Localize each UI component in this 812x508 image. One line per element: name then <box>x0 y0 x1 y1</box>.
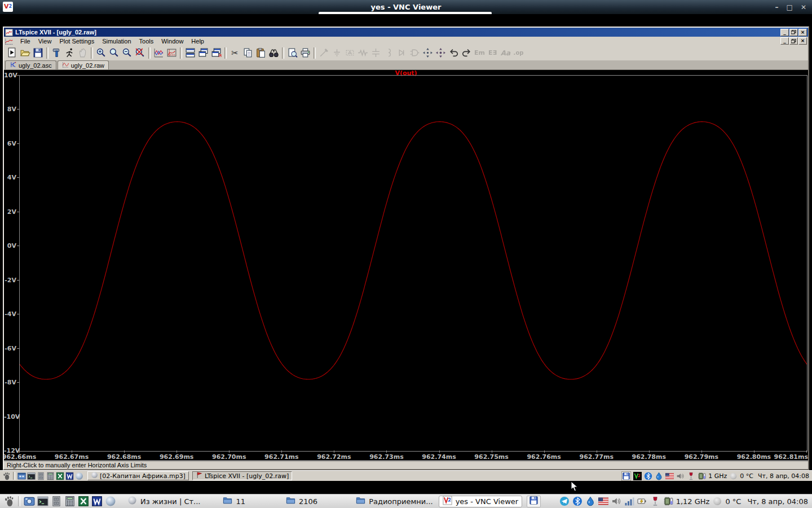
tab-ugly_02.raw[interactable]: ugly_02.raw <box>58 60 109 69</box>
water-drop-icon[interactable] <box>585 496 595 506</box>
floppy-icon[interactable] <box>621 471 631 481</box>
zoom-area-icon[interactable] <box>108 46 121 59</box>
undo-icon[interactable] <box>447 46 460 59</box>
open-icon[interactable] <box>19 46 32 59</box>
capacitor-icon[interactable] <box>369 46 382 59</box>
document-close-button[interactable]: × <box>798 37 807 45</box>
start-menu-button[interactable] <box>2 471 11 480</box>
wine-glass-icon[interactable] <box>650 496 660 506</box>
autorange-icon[interactable] <box>152 46 165 59</box>
battery-charge-icon[interactable] <box>637 496 647 506</box>
wine-glass-icon[interactable] <box>687 472 695 480</box>
resistor-icon[interactable] <box>356 46 369 59</box>
launcher-file-manager[interactable] <box>17 471 27 480</box>
wire-icon[interactable] <box>317 46 330 59</box>
launcher-screenshot[interactable] <box>23 495 36 507</box>
text-icon[interactable]: Aa <box>499 46 512 59</box>
task-button[interactable]: Радиоприемни... <box>352 496 436 507</box>
plot-settings-icon[interactable] <box>165 46 178 59</box>
inductor-icon[interactable] <box>382 46 395 59</box>
launcher-file-cabinet[interactable] <box>50 495 63 507</box>
rotate-icon[interactable]: E∃ <box>486 46 499 59</box>
menu-help[interactable]: Help <box>187 37 208 45</box>
redo-icon[interactable] <box>460 46 473 59</box>
task-button[interactable]: Из жизни | Ст... <box>124 496 204 507</box>
zoom-out-icon[interactable] <box>121 46 134 59</box>
ltspice-titlebar[interactable]: LTspice XVII - [ugly_02.raw] _ × <box>4 28 808 37</box>
launcher-globe[interactable] <box>104 495 117 507</box>
clock[interactable]: Чт, 8 апр, 04:08 <box>758 472 809 480</box>
halt-icon[interactable] <box>76 46 89 59</box>
document-minimize-button[interactable]: _ <box>780 37 789 45</box>
cpu-chip-icon[interactable] <box>698 472 706 480</box>
launcher-file-cabinet[interactable] <box>36 471 46 480</box>
speaker-icon[interactable] <box>676 472 685 480</box>
cut-icon[interactable]: ✂ <box>228 46 241 59</box>
find-icon[interactable] <box>267 46 280 59</box>
menu-tools[interactable]: Tools <box>135 37 158 45</box>
drag-icon[interactable] <box>434 46 447 59</box>
task-button[interactable]: LTspice XVII - [ugly_02.raw] <box>192 471 292 480</box>
bluetooth-icon[interactable] <box>572 496 582 506</box>
us-flag-icon[interactable] <box>665 472 674 480</box>
task-button[interactable] <box>527 496 541 507</box>
ground-icon[interactable] <box>330 46 343 59</box>
tile-horizontal-icon[interactable] <box>184 46 197 59</box>
clock[interactable]: Чт, 8 апр, 04:08 <box>747 497 808 506</box>
launcher-terminal[interactable] <box>36 495 50 507</box>
cascade-icon[interactable] <box>197 46 210 59</box>
zoom-in-icon[interactable] <box>95 46 108 59</box>
launcher-excel[interactable] <box>55 471 65 480</box>
control-panel-icon[interactable] <box>50 46 63 59</box>
menu-view[interactable]: View <box>34 37 56 45</box>
spice-directive-icon[interactable]: .op <box>512 46 525 59</box>
start-menu-button[interactable] <box>2 495 16 507</box>
new-schematic-icon[interactable] <box>6 46 19 59</box>
moon-icon[interactable] <box>712 496 722 506</box>
moon-icon[interactable] <box>729 472 738 480</box>
run-icon[interactable] <box>63 46 76 59</box>
ltspice-restore-button[interactable] <box>789 29 798 36</box>
paste-icon[interactable] <box>254 46 267 59</box>
launcher-word[interactable] <box>65 471 74 480</box>
signal-bars-icon[interactable] <box>624 496 634 506</box>
move-icon[interactable] <box>421 46 434 59</box>
tab-ugly_02.asc[interactable]: ugly_02.asc <box>5 60 56 69</box>
launcher-word[interactable] <box>90 495 104 507</box>
menu-window[interactable]: Window <box>157 37 187 45</box>
mdi-document-icon[interactable] <box>5 37 13 45</box>
minimize-button[interactable]: – <box>775 3 779 11</box>
component-icon[interactable] <box>408 46 421 59</box>
task-button[interactable]: [02-Капитан Африка.mp3] <box>87 471 189 480</box>
arrange-windows-icon[interactable] <box>210 46 223 59</box>
bluetooth-icon[interactable] <box>644 472 652 480</box>
speaker-icon[interactable] <box>611 496 621 506</box>
document-restore-button[interactable] <box>789 37 798 45</box>
maximize-button[interactable]: □ <box>787 3 793 11</box>
telegram-icon[interactable] <box>559 496 570 506</box>
diode-icon[interactable] <box>395 46 408 59</box>
copy-icon[interactable] <box>241 46 254 59</box>
launcher-calculator[interactable] <box>46 471 55 480</box>
save-icon[interactable] <box>32 46 45 59</box>
launcher-terminal[interactable] <box>27 471 36 480</box>
waveform-plot-area[interactable]: V(out) 10V8V6V4V2V0V-2V-4V-6V-8V-10V-12V… <box>4 70 808 461</box>
menu-file[interactable]: File <box>16 37 34 45</box>
cpu-chip-icon[interactable] <box>663 496 673 506</box>
ltspice-minimize-button[interactable]: _ <box>780 29 789 36</box>
mirror-icon[interactable]: Em <box>473 46 486 59</box>
vnc-logo-dark-icon[interactable] <box>633 472 642 480</box>
launcher-globe[interactable] <box>74 471 84 480</box>
launcher-excel[interactable] <box>77 495 90 507</box>
task-button[interactable]: 11 <box>219 496 249 507</box>
zoom-fit-icon[interactable] <box>134 46 147 59</box>
plot-pane[interactable] <box>19 75 807 452</box>
close-button[interactable]: ✕ <box>801 3 806 11</box>
menu-plot-settings[interactable]: Plot Settings <box>55 37 98 45</box>
menu-simulation[interactable]: Simulation <box>98 37 135 45</box>
launcher-calculator[interactable] <box>63 495 77 507</box>
water-drop-icon[interactable] <box>655 472 663 480</box>
ltspice-close-button[interactable]: × <box>798 29 807 36</box>
task-button[interactable]: 2106 <box>283 496 321 507</box>
print-icon[interactable] <box>299 46 312 59</box>
